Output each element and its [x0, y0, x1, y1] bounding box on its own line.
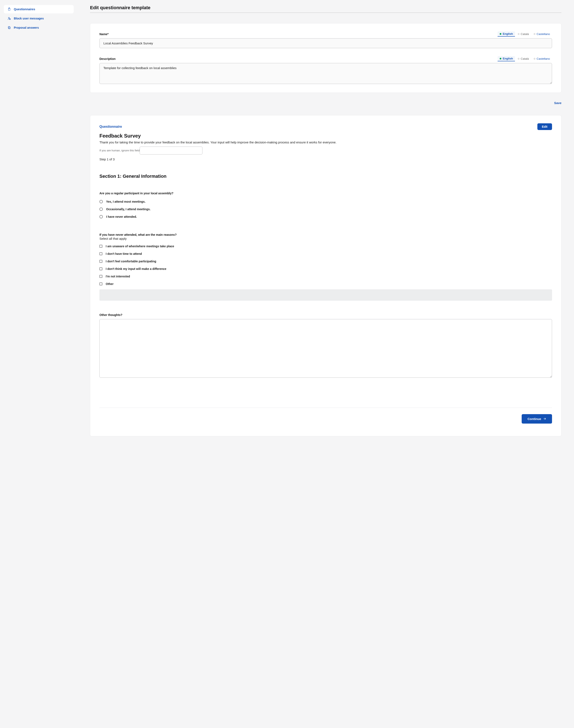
radio-option: I have never attended. [99, 213, 552, 220]
edit-card: Name* EnglishCatalàCastellano Descriptio… [90, 23, 562, 93]
honeypot-input[interactable] [139, 147, 202, 155]
option-label: Occasionally, I attend meetings. [106, 207, 151, 211]
radio-input[interactable] [99, 215, 103, 218]
status-dot-icon [500, 58, 501, 59]
checkbox-input[interactable] [99, 282, 102, 285]
option-label: I don't have time to attend [106, 252, 142, 255]
lang-tabs-description: EnglishCatalàCastellano [498, 56, 552, 62]
question-3: Other thoughts? [99, 313, 552, 378]
clipboard-icon [7, 7, 11, 11]
checkbox-option: I am unaware of when/where meetings take… [99, 242, 552, 250]
checkbox-option: I don't think my input will make a diffe… [99, 265, 552, 273]
edit-button[interactable]: Edit [537, 123, 552, 130]
question-2-label: If you have never attended, what are the… [99, 233, 552, 236]
checkbox-input[interactable] [99, 252, 102, 255]
lang-tab-label: Castellano [537, 33, 550, 36]
preview-card: Questionnaire Edit Feedback Survey Thank… [90, 115, 562, 436]
question-3-label: Other thoughts? [99, 313, 552, 317]
honeypot-row: If you are human, ignore this field [99, 147, 552, 155]
lang-tab-label: English [503, 32, 513, 35]
lang-tab-label: Castellano [537, 57, 550, 60]
description-input[interactable] [99, 63, 552, 84]
document-icon [7, 26, 11, 29]
checkbox-option: Other [99, 280, 552, 288]
radio-option: Occasionally, I attend meetings. [99, 205, 552, 213]
sidebar-item-block-user-messages[interactable]: Block user messages [4, 14, 74, 23]
status-dot-icon [534, 33, 535, 35]
survey-title: Feedback Survey [99, 133, 552, 139]
description-field-row: Description EnglishCatalàCastellano [99, 56, 552, 85]
status-dot-icon [534, 58, 535, 59]
option-label: I am unaware of when/where meetings take… [106, 245, 174, 248]
lang-tab-castellano[interactable]: Castellano [532, 56, 552, 62]
save-button[interactable]: Save [554, 101, 562, 105]
option-label: I don't feel comfortable participating [106, 259, 156, 263]
question-2-helper: Select all that apply [99, 237, 552, 240]
lang-tab-english[interactable]: English [498, 56, 515, 62]
lang-tab-label: Català [521, 33, 529, 36]
preview-divider [99, 408, 552, 408]
radio-option: Yes, I attend most meetings. [99, 198, 552, 205]
question-1-label: Are you a regular participant in your lo… [99, 192, 552, 195]
user-block-icon [7, 17, 11, 20]
honeypot-label: If you are human, ignore this field [99, 149, 139, 152]
checkbox-option: I'm not interested [99, 273, 552, 280]
option-label: I have never attended. [106, 215, 137, 218]
checkbox-input[interactable] [99, 260, 102, 263]
checkbox-option: I don't have time to attend [99, 250, 552, 257]
option-label: I don't think my input will make a diffe… [106, 267, 166, 271]
survey-description: Thank you for taking the time to provide… [99, 140, 552, 145]
lang-tab-català[interactable]: Català [516, 56, 531, 62]
name-label: Name* [99, 33, 109, 36]
checkbox-input[interactable] [99, 275, 102, 278]
option-label: I'm not interested [106, 275, 130, 278]
lang-tab-castellano[interactable]: Castellano [532, 31, 552, 37]
sidebar-item-label: Questionnaires [14, 7, 35, 11]
description-label: Description [99, 57, 116, 60]
sidebar-item-questionnaires[interactable]: Questionnaires [4, 5, 74, 13]
question-1: Are you a regular participant in your lo… [99, 192, 552, 220]
step-indicator: Step 1 of 3 [99, 157, 552, 161]
arrow-right-icon [543, 417, 546, 420]
status-dot-icon [500, 33, 501, 35]
sidebar: QuestionnairesBlock user messagesProposa… [0, 0, 77, 728]
name-input[interactable] [99, 38, 552, 48]
sidebar-item-proposal-answers[interactable]: Proposal answers [4, 24, 74, 32]
continue-button[interactable]: Continue [522, 414, 552, 423]
option-label: Yes, I attend most meetings. [106, 200, 146, 203]
lang-tab-label: English [503, 57, 513, 60]
sidebar-item-label: Block user messages [14, 17, 44, 20]
radio-input[interactable] [99, 200, 103, 203]
svg-point-2 [8, 17, 9, 18]
questionnaire-tab[interactable]: Questionnaire [99, 125, 122, 128]
section-title: Section 1: General Information [99, 173, 552, 179]
page-title: Edit questionnaire template [90, 5, 562, 10]
question-2: If you have never attended, what are the… [99, 233, 552, 301]
checkbox-input[interactable] [99, 245, 102, 248]
continue-button-label: Continue [528, 417, 541, 421]
status-dot-icon [518, 58, 519, 59]
divider [90, 12, 562, 13]
lang-tab-català[interactable]: Català [516, 31, 531, 37]
lang-tab-label: Català [521, 57, 529, 60]
sidebar-item-label: Proposal answers [14, 26, 39, 29]
status-dot-icon [518, 33, 519, 35]
lang-tabs-name: EnglishCatalàCastellano [498, 31, 552, 37]
main-content: Edit questionnaire template Name* Englis… [77, 0, 574, 728]
other-text-input[interactable] [99, 289, 552, 301]
radio-input[interactable] [99, 207, 103, 211]
option-label: Other [106, 282, 114, 286]
name-field-row: Name* EnglishCatalàCastellano [99, 31, 552, 48]
lang-tab-english[interactable]: English [498, 31, 515, 37]
svg-line-4 [9, 18, 10, 19]
other-thoughts-textarea[interactable] [99, 319, 552, 378]
checkbox-input[interactable] [99, 268, 102, 270]
checkbox-option: I don't feel comfortable participating [99, 257, 552, 265]
